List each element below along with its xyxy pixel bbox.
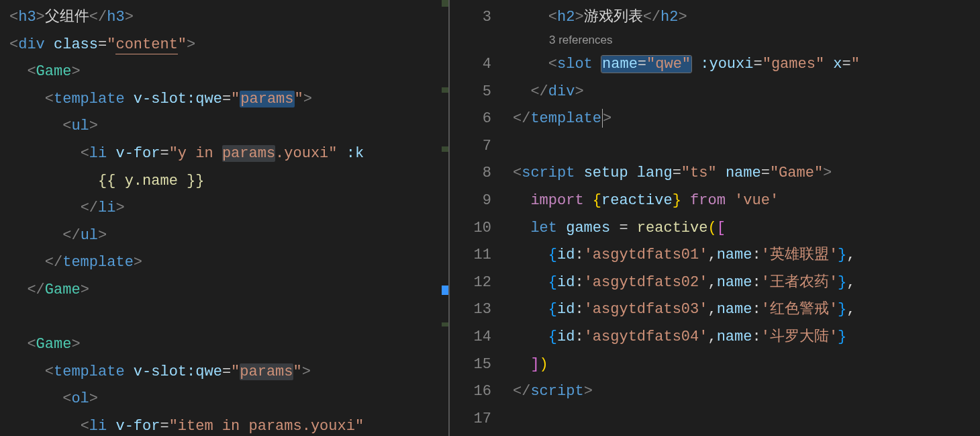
line-number[interactable]: 4 [451, 51, 491, 79]
code-line[interactable]: {id:'asgytdfats01',name:'英雄联盟'}, [513, 242, 980, 269]
code-area-left[interactable]: <h3>父组件</h3> <div class="content"> <Game… [9, 0, 440, 436]
code-line[interactable]: </li> [9, 195, 440, 222]
line-number[interactable]: 6 [451, 105, 491, 133]
line-number[interactable]: 3 [451, 4, 491, 32]
code-line[interactable]: <ol> [9, 386, 440, 413]
minimap-left[interactable] [442, 0, 448, 436]
line-number[interactable]: 13 [451, 296, 491, 324]
code-line[interactable]: import {reactive} from 'vue' [513, 187, 980, 215]
code-line[interactable]: <h3>父组件</h3> [9, 4, 440, 32]
code-line[interactable]: <template v-slot:qwe="params"> [9, 359, 440, 386]
code-line[interactable]: {{ y.name }} [9, 168, 440, 195]
line-number[interactable]: 11 [451, 242, 491, 269]
code-line[interactable]: <Game> [9, 331, 440, 359]
code-line[interactable]: {id:'asgytdfats02',name:'王者农药'}, [513, 269, 980, 297]
line-number[interactable]: 16 [451, 378, 491, 406]
code-line[interactable]: <slot name="qwe" :youxi="games" x=" [513, 51, 980, 79]
code-line[interactable]: </script> [513, 378, 980, 406]
line-number[interactable]: 17 [451, 406, 491, 433]
code-line[interactable]: ]) [513, 351, 980, 379]
codelens-references[interactable]: 3 references [549, 32, 613, 48]
code-area-right[interactable]: <h2>游戏列表</h2> 3 references <slot name="q… [513, 0, 980, 436]
line-number[interactable]: 12 [451, 269, 491, 297]
code-line[interactable]: <div class="content"> [9, 32, 440, 59]
code-line[interactable]: <script setup lang="ts" name="Game"> [513, 160, 980, 187]
gutter-right[interactable]: 3 4 5 6 7 8 9 10 11 12 13 14 15 16 17 [448, 0, 509, 436]
code-line[interactable]: <ul> [9, 113, 440, 140]
code-line[interactable]: <h2>游戏列表</h2> [513, 4, 980, 32]
code-line[interactable]: </ul> [9, 222, 440, 250]
code-line[interactable]: <Game> [9, 58, 440, 86]
code-line[interactable]: </template> [513, 105, 980, 133]
editor-splitter[interactable] [448, 0, 450, 436]
line-number[interactable]: 10 [451, 215, 491, 243]
code-line[interactable]: <li v-for="y in params.youxi" :k [9, 140, 440, 168]
code-line[interactable]: {id:'asgytdfats03',name:'红色警戒'}, [513, 296, 980, 324]
editor-pane-right[interactable]: 3 4 5 6 7 8 9 10 11 12 13 14 15 16 17 <h… [448, 0, 980, 436]
line-number[interactable]: 7 [451, 133, 491, 161]
editor-pane-left[interactable]: <h3>父组件</h3> <div class="content"> <Game… [0, 0, 448, 436]
code-line[interactable]: {id:'asgytdfats04',name:'斗罗大陆'} [513, 324, 980, 351]
code-line[interactable]: let games = reactive([ [513, 215, 980, 243]
line-number[interactable]: 9 [451, 187, 491, 215]
code-line[interactable]: <li v-for="item in params.youxi" [9, 413, 440, 436]
line-number[interactable]: 15 [451, 351, 491, 379]
line-number[interactable]: 14 [451, 324, 491, 351]
line-number[interactable]: 8 [451, 160, 491, 187]
code-line[interactable]: </div> [513, 79, 980, 106]
code-line[interactable]: </Game> [9, 277, 440, 304]
code-line[interactable]: <template v-slot:qwe="params"> [9, 86, 440, 114]
code-line[interactable]: </template> [9, 249, 440, 277]
line-number[interactable]: 5 [451, 79, 491, 106]
